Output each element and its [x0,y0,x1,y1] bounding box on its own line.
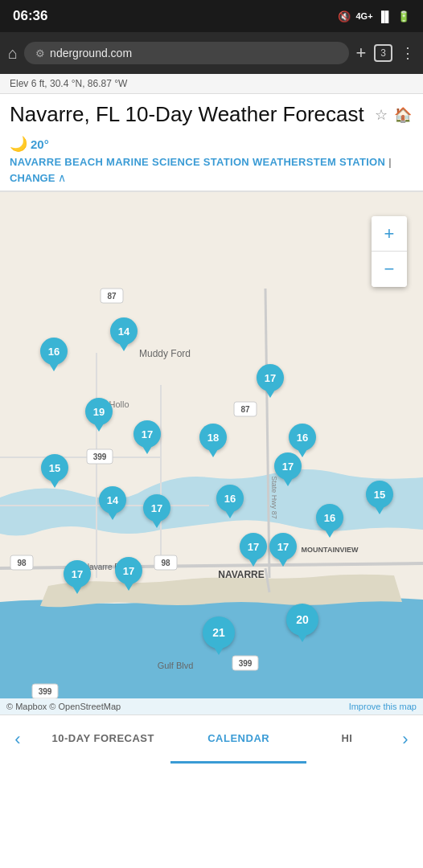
map-pin[interactable]: 17 [115,557,142,584]
map-pin[interactable]: 16 [289,424,316,451]
map-pin[interactable]: 20 [286,604,318,636]
map-pin[interactable]: 17 [240,533,267,560]
station-temp: 20° [31,137,49,151]
map-pin[interactable]: 17 [64,560,91,588]
station-info: 🌙 20° NAVARRE BEACH MARINE SCIENCE STATI… [0,132,423,192]
security-icon: ⚙ [35,47,45,59]
map-zoom-controls: + − [372,216,407,287]
map-pin[interactable]: 16 [316,504,343,531]
tab-bar: ‹ 10-DAY FORECAST CALENDAR HI › [0,714,423,763]
svg-text:Muddy Ford: Muddy Ford [139,348,191,359]
map-pin[interactable]: 21 [203,616,235,649]
page-header: Navarre, FL 10-Day Weather Forecast ☆ 🏠 [0,94,423,132]
map-pin[interactable]: 19 [85,398,113,425]
svg-text:State Hwy 87: State Hwy 87 [270,476,278,519]
map-pin[interactable]: 16 [216,485,244,512]
tab-prev-button[interactable]: ‹ [0,715,35,764]
attribution-text: © Mapbox © OpenStreetMap [6,702,121,711]
page-title: Navarre, FL 10-Day Weather Forecast ☆ 🏠 [10,102,413,127]
page-content: Elev 6 ft, 30.4 °N, 86.87 °W Navarre, FL… [0,74,423,763]
menu-button[interactable]: ⋮ [400,44,415,62]
map-pin[interactable]: 17 [143,494,170,522]
elevation-bar: Elev 6 ft, 30.4 °N, 86.87 °W [0,74,423,94]
url-bar[interactable]: ⚙ nderground.com [24,42,349,64]
elevation-text: Elev 6 ft, 30.4 °N, 86.87 °W [10,78,127,89]
svg-text:MOUNTAINVIEW: MOUNTAINVIEW [302,546,359,554]
network-icon: 4G+ [355,11,372,21]
map-pin[interactable]: 16 [40,338,68,365]
moon-icon: 🌙 [10,135,27,153]
svg-text:399: 399 [239,659,253,668]
svg-text:Gulf Blvd: Gulf Blvd [158,661,194,670]
svg-text:NAVARRE: NAVARRE [218,569,265,580]
home-icon[interactable]: 🏠 [394,107,412,125]
url-text: nderground.com [50,47,132,59]
map-pin[interactable]: 17 [274,452,302,480]
map-pin[interactable]: 17 [133,420,161,448]
svg-text:98: 98 [161,559,170,567]
tab-calendar[interactable]: CALENDAR [170,715,306,764]
tab-count-button[interactable]: 3 [374,44,392,62]
status-time: 06:36 [13,8,47,24]
home-button[interactable]: ⌂ [8,44,18,63]
browser-actions: + 3 ⋮ [355,43,415,63]
tab-next-button[interactable]: › [388,715,423,764]
svg-text:87: 87 [107,292,117,301]
map-pin[interactable]: 17 [269,533,297,560]
map-pin[interactable]: 17 [257,364,284,391]
map-attribution: © Mapbox © OpenStreetMap Improve this ma… [0,698,423,714]
map-pin[interactable]: 18 [199,424,227,451]
status-bar: 06:36 🔇 4G+ ▐▌ 🔋 [0,0,423,32]
status-icons: 🔇 4G+ ▐▌ 🔋 [338,10,410,23]
tab-10day-forecast[interactable]: 10-DAY FORECAST [35,715,170,764]
svg-text:399: 399 [39,687,52,696]
svg-text:399: 399 [93,452,107,461]
svg-text:98: 98 [17,559,27,567]
map-pin[interactable]: 14 [99,486,126,514]
map-container[interactable]: 98 98 399 399 399 87 87 Muddy Ford Hollo… [0,192,423,714]
map-pin[interactable]: 15 [41,454,68,481]
zoom-in-button[interactable]: + [372,216,407,252]
svg-text:87: 87 [240,405,250,414]
station-change-button[interactable]: CHANGE [10,172,55,184]
signal-icon: ▐▌ [378,10,392,23]
zoom-out-button[interactable]: − [372,252,407,287]
new-tab-button[interactable]: + [355,43,366,63]
mute-icon: 🔇 [338,10,351,23]
star-icon[interactable]: ☆ [375,107,388,125]
map-pin[interactable]: 14 [110,317,138,345]
battery-icon: 🔋 [397,10,410,23]
chevron-up-icon: ∧ [58,171,66,184]
browser-chrome: ⌂ ⚙ nderground.com + 3 ⋮ [0,32,423,74]
tab-bar-items: 10-DAY FORECAST CALENDAR HI [35,715,388,764]
tab-hourly[interactable]: HI [306,715,388,764]
station-name[interactable]: NAVARRE BEACH MARINE SCIENCE STATION WEA… [10,156,385,168]
improve-map-link[interactable]: Improve this map [349,702,417,711]
station-divider: | [388,156,391,168]
map-pin[interactable]: 15 [366,481,393,508]
